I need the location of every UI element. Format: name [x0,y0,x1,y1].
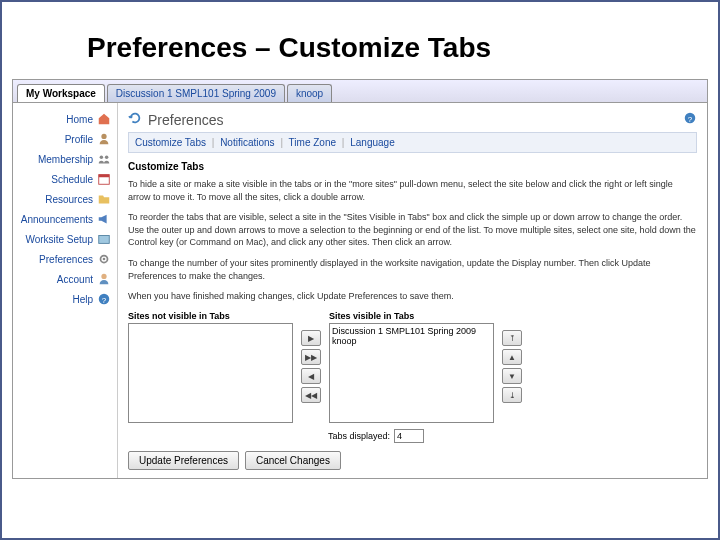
para-1: To hide a site or make a site visible in… [128,178,697,203]
nav-label: Membership [38,154,93,165]
tabs-displayed-row: Tabs displayed: [328,429,697,443]
order-arrows: ⤒ ▲ ▼ ⤓ [502,311,522,423]
gear-icon [97,252,111,266]
tab-my-workspace[interactable]: My Workspace [17,84,105,102]
sidebar-item-schedule[interactable]: Schedule [17,169,113,189]
left-list-label: Sites not visible in Tabs [128,311,293,321]
right-list-label: Sites visible in Tabs [329,311,494,321]
worksite-icon [97,232,111,246]
move-top-button[interactable]: ⤒ [502,330,522,346]
subtab-customize[interactable]: Customize Tabs [135,137,206,148]
subtab-timezone[interactable]: Time Zone [289,137,336,148]
svg-point-8 [101,274,106,279]
right-listbox[interactable]: Discussion 1 SMPL101 Spring 2009 knoop [329,323,494,423]
nav-label: Announcements [21,214,93,225]
sidebar-item-resources[interactable]: Resources [17,189,113,209]
home-icon [97,112,111,126]
profile-icon [97,132,111,146]
calendar-icon [97,172,111,186]
main-content: Preferences ? Customize Tabs | Notificat… [118,103,707,478]
workspace-tabs: My Workspace Discussion 1 SMPL101 Spring… [13,80,707,103]
nav-label: Help [72,294,93,305]
tabs-displayed-label: Tabs displayed: [328,431,390,441]
svg-point-2 [105,156,109,160]
svg-rect-4 [99,175,110,178]
move-down-button[interactable]: ▼ [502,368,522,384]
para-2: To reorder the tabs that are visible, se… [128,211,697,249]
move-arrows: ▶ ▶▶ ◀ ◀◀ [301,311,321,423]
folder-icon [97,192,111,206]
list-item[interactable]: knoop [332,336,491,346]
app-window: My Workspace Discussion 1 SMPL101 Spring… [12,79,708,479]
svg-point-7 [103,258,106,261]
announcement-icon [97,212,111,226]
move-all-right-button[interactable]: ▶▶ [301,349,321,365]
nav-label: Resources [45,194,93,205]
nav-label: Schedule [51,174,93,185]
sidebar-item-profile[interactable]: Profile [17,129,113,149]
nav-label: Worksite Setup [25,234,93,245]
sidebar-item-help[interactable]: Help ? [17,289,113,309]
sidebar-item-announcements[interactable]: Announcements [17,209,113,229]
sidebar-item-membership[interactable]: Membership [17,149,113,169]
move-all-left-button[interactable]: ◀◀ [301,387,321,403]
sidebar-item-worksite[interactable]: Worksite Setup [17,229,113,249]
pref-heading-text: Preferences [148,112,223,128]
move-right-button[interactable]: ▶ [301,330,321,346]
sidebar-item-preferences[interactable]: Preferences [17,249,113,269]
pref-header: Preferences ? [128,111,697,132]
move-bottom-button[interactable]: ⤓ [502,387,522,403]
subtab-notifications[interactable]: Notifications [220,137,274,148]
page-title: Preferences – Customize Tabs [2,2,718,79]
svg-rect-5 [99,236,110,244]
nav-label: Profile [65,134,93,145]
svg-text:?: ? [102,296,107,305]
sidebar-item-account[interactable]: Account [17,269,113,289]
subtab-language[interactable]: Language [350,137,395,148]
cancel-changes-button[interactable]: Cancel Changes [245,451,341,470]
tab-knoop[interactable]: knoop [287,84,332,102]
account-icon [97,272,111,286]
tab-discussion[interactable]: Discussion 1 SMPL101 Spring 2009 [107,84,285,102]
update-preferences-button[interactable]: Update Preferences [128,451,239,470]
nav-label: Preferences [39,254,93,265]
nav-label: Home [66,114,93,125]
sidebar: Home Profile Membership Schedule Resourc… [13,103,118,478]
list-item[interactable]: Discussion 1 SMPL101 Spring 2009 [332,326,491,336]
listbox-area: Sites not visible in Tabs ▶ ▶▶ ◀ ◀◀ Site… [128,311,697,423]
left-listbox[interactable] [128,323,293,423]
svg-point-1 [100,156,104,160]
svg-point-0 [101,134,106,139]
move-up-button[interactable]: ▲ [502,349,522,365]
para-4: When you have finished making changes, c… [128,290,697,303]
pref-subtabs: Customize Tabs | Notifications | Time Zo… [128,132,697,153]
tabs-displayed-input[interactable] [394,429,424,443]
para-3: To change the number of your sites promi… [128,257,697,282]
membership-icon [97,152,111,166]
header-help-icon[interactable]: ? [683,111,697,128]
nav-label: Account [57,274,93,285]
section-title: Customize Tabs [128,161,697,172]
svg-text:?: ? [688,115,693,124]
help-icon: ? [97,292,111,306]
sidebar-item-home[interactable]: Home [17,109,113,129]
move-left-button[interactable]: ◀ [301,368,321,384]
refresh-icon[interactable] [128,111,142,128]
